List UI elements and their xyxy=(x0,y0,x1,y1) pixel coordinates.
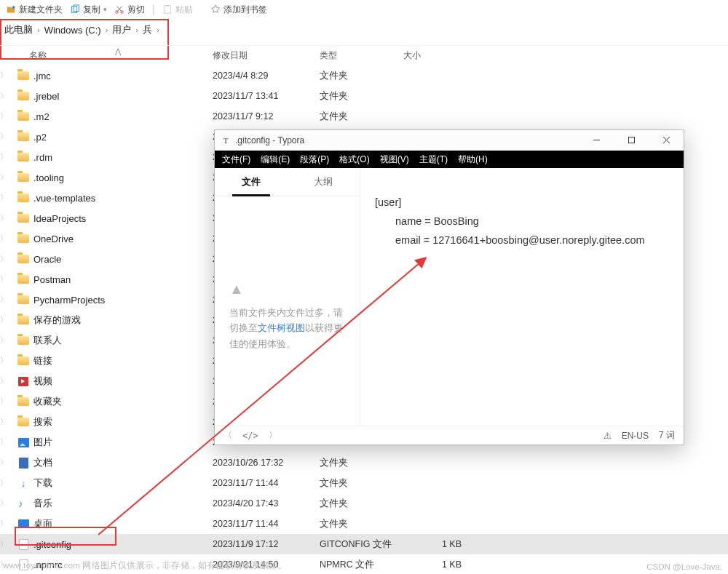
crumb-drive[interactable]: Windows (C:) xyxy=(43,25,103,36)
crumb-user[interactable]: 兵 xyxy=(141,23,154,36)
expand-caret-icon[interactable]: 〉 xyxy=(0,234,7,244)
explorer-toolbar: 新建文件夹 复制 ▾ 剪切 | 粘贴 添加到书签 xyxy=(0,0,728,19)
chevron-right-icon: › xyxy=(135,25,138,34)
watermark-right: CSDN @Love-Java. xyxy=(646,562,722,571)
bookmark-label: 添加到书签 xyxy=(223,4,267,16)
header-date[interactable]: 修改日期 xyxy=(213,49,320,62)
row-type: GITCONFIG 文件 xyxy=(320,538,403,551)
row-type: 文件夹 xyxy=(320,498,403,510)
status-words[interactable]: 7 词 xyxy=(659,429,675,442)
typora-window: T .gitconfig - Typora 文件(F) 编辑(E) 段落(P) … xyxy=(214,129,684,445)
typora-menubar[interactable]: 文件(F) 编辑(E) 段落(P) 格式(O) 视图(V) 主题(T) 帮助(H… xyxy=(215,151,684,168)
table-row[interactable]: 〉.m22023/11/7 9:12文件夹 xyxy=(0,106,728,127)
menu-edit[interactable]: 编辑(E) xyxy=(261,154,290,166)
expand-caret-icon[interactable]: 〉 xyxy=(0,417,7,427)
expand-caret-icon[interactable]: 〉 xyxy=(0,478,7,488)
sidebar-tab-outline[interactable]: 大纲 xyxy=(288,168,360,196)
header-name[interactable]: 名称 xyxy=(0,49,213,62)
menu-file[interactable]: 文件(F) xyxy=(222,154,250,166)
expand-caret-icon[interactable]: 〉 xyxy=(0,315,7,325)
table-row[interactable]: 〉文档2023/10/26 17:32文件夹 xyxy=(0,453,728,473)
new-folder-button[interactable]: 新建文件夹 xyxy=(6,4,63,16)
chevron-right-icon: › xyxy=(106,25,108,34)
sort-indicator-icon: ⋀ xyxy=(115,47,121,55)
expand-caret-icon[interactable]: 〉 xyxy=(0,376,7,386)
row-name: .vue-templates xyxy=(31,193,213,204)
row-name: Oracle xyxy=(31,254,213,265)
row-date: 2023/11/7 13:41 xyxy=(213,91,320,101)
paste-label: 粘贴 xyxy=(175,4,193,16)
folder-icon xyxy=(17,397,29,406)
crumb-this-pc[interactable]: 此电脑 xyxy=(3,23,34,36)
table-row[interactable]: 〉♪音乐2023/4/20 17:43文件夹 xyxy=(0,493,728,514)
table-row[interactable]: 〉.gitconfig2023/11/9 17:12GITCONFIG 文件1 … xyxy=(0,534,728,554)
expand-caret-icon[interactable]: 〉 xyxy=(0,111,7,121)
expand-caret-icon[interactable]: 〉 xyxy=(0,498,7,509)
expand-caret-icon[interactable]: 〉 xyxy=(0,213,7,223)
folder-icon xyxy=(17,173,29,182)
table-row[interactable]: 〉.jrebel2023/11/7 13:41文件夹 xyxy=(0,86,728,106)
minimize-button[interactable] xyxy=(582,132,611,149)
expand-caret-icon[interactable]: 〉 xyxy=(0,152,7,162)
table-row[interactable]: 〉桌面2023/11/7 11:44文件夹 xyxy=(0,514,728,534)
folder-icon xyxy=(17,255,29,263)
expand-caret-icon[interactable]: 〉 xyxy=(0,172,7,183)
cut-button[interactable]: 剪切 xyxy=(114,4,145,16)
menu-theme[interactable]: 主题(T) xyxy=(419,154,448,166)
close-icon xyxy=(662,136,670,144)
expand-caret-icon[interactable]: 〉 xyxy=(0,437,7,447)
expand-caret-icon[interactable]: 〉 xyxy=(0,356,7,366)
expand-caret-icon[interactable]: 〉 xyxy=(0,91,7,101)
cut-icon xyxy=(114,4,124,15)
row-date: 2023/11/9 17:12 xyxy=(213,539,320,549)
row-name: 保存的游戏 xyxy=(31,314,213,327)
expand-caret-icon[interactable]: 〉 xyxy=(0,519,7,529)
typora-titlebar[interactable]: T .gitconfig - Typora xyxy=(215,130,684,151)
expand-caret-icon[interactable]: 〉 xyxy=(0,539,7,549)
cut-label: 剪切 xyxy=(127,4,145,16)
document-icon xyxy=(19,458,28,469)
menu-help[interactable]: 帮助(H) xyxy=(458,154,488,166)
expand-caret-icon[interactable]: 〉 xyxy=(0,254,7,264)
status-warning-icon[interactable]: ⚠ xyxy=(604,431,612,441)
menu-para[interactable]: 段落(P) xyxy=(300,154,329,166)
maximize-button[interactable] xyxy=(617,132,646,149)
expand-caret-icon[interactable]: 〉 xyxy=(0,274,7,284)
menu-view[interactable]: 视图(V) xyxy=(380,154,409,166)
sidebar-tab-file[interactable]: 文件 xyxy=(215,168,288,196)
table-row[interactable]: 〉↓下载2023/11/7 11:44文件夹 xyxy=(0,473,728,493)
chevron-right-icon[interactable]: 〉 xyxy=(269,429,277,442)
download-icon: ↓ xyxy=(18,478,28,488)
folder-icon xyxy=(17,92,29,100)
close-button[interactable] xyxy=(652,132,681,149)
row-type: 文件夹 xyxy=(320,457,403,469)
menu-format[interactable]: 格式(O) xyxy=(339,154,369,166)
header-size[interactable]: 大小 xyxy=(403,49,462,62)
typora-editor[interactable]: [user] name = BoosBing email = 12716641+… xyxy=(360,168,684,426)
nav-back-icon[interactable]: 〈 xyxy=(223,429,232,442)
status-lang[interactable]: EN-US xyxy=(622,431,649,441)
expand-caret-icon[interactable]: 〉 xyxy=(0,295,7,305)
expand-caret-icon[interactable]: 〉 xyxy=(0,335,7,346)
picture-icon xyxy=(18,438,29,447)
row-name: OneDrive xyxy=(31,234,213,244)
crumb-users[interactable]: 用户 xyxy=(111,23,132,36)
new-folder-label: 新建文件夹 xyxy=(19,4,63,16)
table-row[interactable]: 〉.jmc2023/4/4 8:29文件夹 xyxy=(0,65,728,86)
expand-caret-icon[interactable]: 〉 xyxy=(0,71,7,81)
bookmark-button[interactable]: 添加到书签 xyxy=(210,4,267,16)
row-name: 文档 xyxy=(31,456,213,469)
header-type[interactable]: 类型 xyxy=(320,49,403,62)
expand-caret-icon[interactable]: 〉 xyxy=(0,458,7,468)
expand-caret-icon[interactable]: 〉 xyxy=(0,132,7,142)
expand-caret-icon[interactable]: 〉 xyxy=(0,193,7,203)
expand-caret-icon[interactable]: 〉 xyxy=(0,396,7,407)
paste-button[interactable]: 粘贴 xyxy=(162,4,193,16)
source-code-icon[interactable]: </> xyxy=(242,431,258,441)
copy-button[interactable]: 复制 ▾ xyxy=(70,4,107,16)
row-name: 搜索 xyxy=(31,415,213,428)
row-name: .m2 xyxy=(31,111,213,122)
file-tree-link[interactable]: 文件树视图 xyxy=(258,323,305,333)
copy-icon xyxy=(70,4,80,15)
breadcrumb[interactable]: 此电脑› Windows (C:)› 用户› 兵› xyxy=(1,23,727,36)
